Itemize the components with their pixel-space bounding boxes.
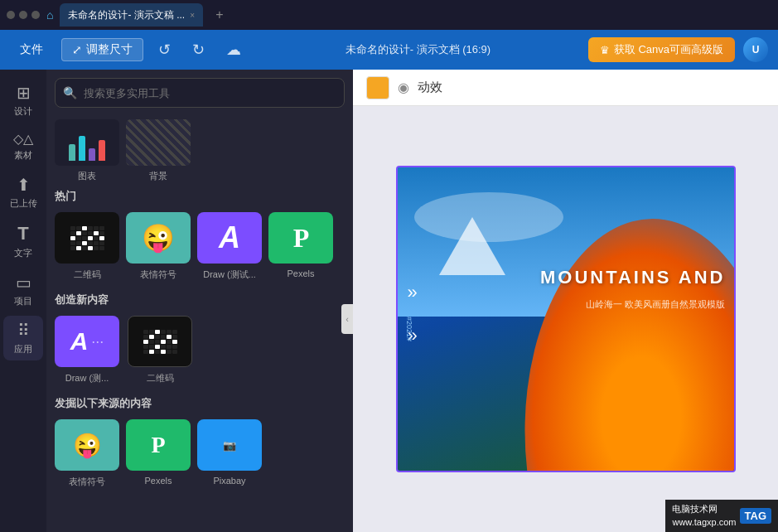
active-tab[interactable]: 未命名的设计- 演示文稿 ... × — [60, 3, 203, 27]
discover-section: 发掘以下来源的内容 😜 表情符号 P Pexels — [55, 396, 345, 488]
create-qrcode-thumbnail — [128, 316, 192, 367]
premium-button[interactable]: ♛ 获取 Canva可画高级版 — [588, 37, 735, 62]
elements-label: 素材 — [14, 149, 32, 162]
user-avatar[interactable]: U — [743, 37, 768, 62]
tab-label: 未命名的设计- 演示文稿 ... — [68, 8, 185, 22]
slide-subtitle: 山岭海一 欧美风画册自然景观模版 — [586, 298, 725, 311]
chart-tool[interactable]: 图表 — [55, 119, 119, 182]
hot-tools-grid: 二维码 😜 表情符号 A Draw (测试... P — [55, 212, 345, 281]
discover-emoji[interactable]: 😜 表情符号 — [55, 419, 119, 488]
search-input[interactable] — [55, 78, 345, 108]
home-icon[interactable]: ⌂ — [46, 8, 53, 22]
discover-pexels-thumbnail: P — [126, 419, 191, 471]
create-draw-icon: A — [70, 327, 89, 355]
animation-label[interactable]: 动效 — [418, 80, 442, 95]
window-controls — [7, 11, 40, 19]
hot-pexels[interactable]: P Pexels — [268, 212, 333, 281]
hot-draw[interactable]: A Draw (测试... — [197, 212, 262, 281]
watermark-text: 电脑技术网 www.tagxp.com — [672, 503, 736, 529]
dot-3 — [31, 11, 40, 19]
animate-icon: ◉ — [398, 80, 409, 95]
pexels-thumbnail: P — [268, 212, 333, 264]
slide-main-title: MOUNTAINS AND — [540, 267, 726, 288]
bar-2 — [79, 136, 85, 161]
resize-button[interactable]: ⤢ 调整尺寸 — [61, 38, 143, 61]
sidebar-item-projects[interactable]: ▭ 项目 — [3, 268, 43, 312]
new-tab-button[interactable]: + — [210, 5, 230, 25]
pexels-label: Pexels — [287, 268, 314, 278]
slide-year: #2021# — [404, 317, 415, 341]
dot-2 — [19, 11, 27, 19]
toolbar: 文件 ⤢ 调整尺寸 ↺ ↻ ☁ 未命名的设计- 演示文档 (16:9) ♛ 获取… — [0, 30, 778, 70]
background-label: 背景 — [149, 170, 167, 182]
discover-pixabay[interactable]: 📷 Pixabay — [197, 419, 262, 488]
background-tool[interactable]: 背景 — [126, 119, 191, 182]
watermark-line2: www.tagxp.com — [672, 516, 736, 529]
create-qr-pattern — [143, 330, 177, 354]
tools-panel: 🔍 图表 背景 — [46, 70, 353, 532]
bar-4 — [99, 140, 105, 161]
background-thumbnail — [126, 119, 191, 166]
discover-emoji-thumbnail: 😜 — [55, 419, 119, 471]
text-icon: T — [17, 223, 28, 244]
tab-close-button[interactable]: × — [190, 11, 195, 20]
sidebar-item-elements[interactable]: ◇△ 素材 — [3, 126, 43, 167]
watermark: 电脑技术网 www.tagxp.com TAG — [665, 500, 778, 532]
create-qrcode-label: 二维码 — [147, 372, 174, 384]
arrow-up: » — [408, 283, 418, 302]
create-section: 创造新内容 A ··· Draw (测... — [55, 293, 345, 384]
hot-emoji[interactable]: 😜 表情符号 — [126, 212, 191, 281]
chart-label: 图表 — [78, 170, 96, 182]
projects-label: 项目 — [14, 295, 32, 307]
hot-qrcode[interactable]: 二维码 — [55, 212, 119, 281]
canvas-area: ‹ MOUNTAINS AND 山岭海一 欧美风画册自然景观模版 — [353, 106, 778, 532]
discover-pixabay-icon: 📷 — [223, 439, 236, 452]
dot-1 — [7, 11, 15, 19]
watermark-line1: 电脑技术网 — [672, 503, 736, 515]
discover-pixabay-label: Pixabay — [213, 476, 245, 486]
draw-icon: A — [219, 220, 240, 255]
discover-section-title: 发掘以下来源的内容 — [55, 396, 345, 411]
panel-collapse-handle[interactable]: ‹ — [341, 304, 353, 334]
search-box: 🔍 — [55, 78, 345, 108]
title-bar: ⌂ 未命名的设计- 演示文稿 ... × + — [0, 0, 778, 30]
bar-1 — [69, 144, 75, 161]
discover-emoji-label: 表情符号 — [69, 476, 105, 488]
create-qrcode[interactable]: 二维码 — [128, 316, 192, 384]
emoji-icon: 😜 — [142, 222, 175, 254]
discover-pixabay-thumbnail: 📷 — [197, 419, 262, 471]
left-nav: ⊞ 设计 ◇△ 素材 ⬆ 已上传 T 文字 ▭ 项目 ⠿ 应用 — [0, 70, 46, 532]
search-icon: 🔍 — [63, 86, 77, 99]
premium-label: 获取 Canva可画高级版 — [614, 42, 723, 57]
sidebar-item-upload[interactable]: ⬆ 已上传 — [3, 170, 43, 215]
cloud-save-button[interactable]: ☁ — [220, 37, 248, 62]
undo-button[interactable]: ↺ — [152, 37, 177, 62]
discover-pexels-label: Pexels — [144, 476, 172, 486]
design-icon: ⊞ — [17, 83, 31, 103]
qrcode-label: 二维码 — [74, 268, 101, 281]
sidebar-item-design[interactable]: ⊞ 设计 — [3, 78, 43, 123]
discover-pexels-icon: P — [151, 432, 165, 458]
discover-pexels[interactable]: P Pexels — [126, 419, 191, 488]
resize-icon: ⤢ — [72, 43, 82, 56]
color-swatch[interactable] — [366, 76, 389, 99]
chart-thumbnail — [55, 119, 119, 166]
discover-tools-grid: 😜 表情符号 P Pexels 📷 Pixabay — [55, 419, 345, 488]
sidebar-item-text[interactable]: T 文字 — [3, 218, 43, 264]
bar-3 — [89, 148, 95, 161]
pexels-icon: P — [293, 223, 309, 254]
tag-badge: TAG — [740, 508, 771, 524]
upload-icon: ⬆ — [17, 175, 31, 195]
create-section-title: 创造新内容 — [55, 293, 345, 307]
design-label: 设计 — [14, 105, 32, 118]
upload-label: 已上传 — [10, 197, 37, 210]
document-title: 未命名的设计- 演示文档 (16:9) — [256, 42, 580, 57]
crown-icon: ♛ — [600, 44, 610, 56]
sidebar-item-apps[interactable]: ⠿ 应用 — [3, 316, 43, 360]
emoji-thumbnail: 😜 — [126, 212, 191, 264]
redo-button[interactable]: ↻ — [186, 37, 211, 62]
animation-bar: ◉ 动效 — [353, 70, 778, 106]
create-draw[interactable]: A ··· Draw (测... — [55, 316, 119, 384]
file-button[interactable]: 文件 — [10, 39, 53, 60]
draw-thumbnail: A — [197, 212, 262, 264]
